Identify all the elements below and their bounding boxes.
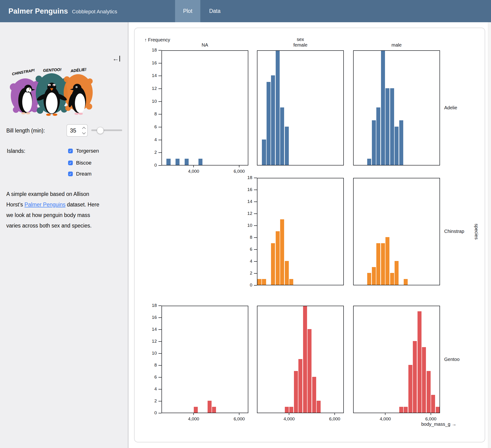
chinstrap-art-label: CHINSTRAP! — [12, 68, 35, 76]
tab-data[interactable]: Data — [200, 0, 229, 22]
nav-tabs: Plot Data — [175, 0, 229, 22]
app-title-group: Palmer Penguins Cobblepot Analytics — [9, 0, 117, 22]
stepper-up-icon[interactable] — [82, 127, 86, 130]
checkbox-label: Dream — [76, 171, 92, 177]
checkbox-checked-icon[interactable]: ✓ — [68, 161, 73, 165]
palmer-penguins-link[interactable]: Palmer Penguins — [25, 201, 66, 208]
island-checkbox-dream[interactable]: ✓ Dream — [68, 171, 92, 177]
gentoo-art-label: GENTOO! — [43, 67, 62, 73]
slider-track[interactable] — [91, 129, 122, 131]
checkbox-label: Biscoe — [76, 160, 92, 166]
bill-length-input[interactable]: 35 — [66, 124, 88, 137]
app: Palmer Penguins Cobblepot Analytics Plot… — [0, 0, 491, 448]
app-subtitle: Cobblepot Analytics — [72, 9, 117, 15]
app-header: Palmer Penguins Cobblepot Analytics Plot… — [0, 0, 491, 22]
bill-length-label: Bill length (min): — [6, 128, 45, 134]
checkbox-checked-icon[interactable]: ✓ — [68, 172, 73, 176]
scrollbar[interactable] — [488, 22, 491, 448]
adelie-art-label: ADÉLIE! — [70, 67, 87, 73]
bill-length-stepper[interactable] — [80, 125, 87, 136]
penguins-artwork-image: CHINSTRAP! GENTOO! ADÉLIE! — [9, 65, 96, 119]
island-checkbox-biscoe[interactable]: ✓ Biscoe — [68, 160, 92, 166]
sidebar-description: A simple example based on Allison Horst’… — [6, 189, 105, 231]
checkbox-label: Torgersen — [76, 148, 99, 154]
islands-label: Islands: — [7, 148, 25, 154]
bill-length-value: 35 — [70, 127, 80, 134]
stepper-down-icon[interactable] — [82, 131, 86, 134]
app-title: Palmer Penguins — [9, 7, 68, 15]
checkbox-checked-icon[interactable]: ✓ — [68, 149, 73, 153]
slider-thumb[interactable] — [97, 127, 104, 134]
sidebar: ← — [0, 22, 129, 448]
sidebar-collapse-button[interactable]: ← — [112, 56, 120, 62]
collapse-left-arrow-icon: ← — [112, 56, 119, 61]
plot-card — [134, 28, 485, 442]
bill-length-slider[interactable] — [91, 125, 122, 134]
collapse-bar-icon — [119, 56, 120, 62]
island-checkbox-torgersen[interactable]: ✓ Torgersen — [68, 148, 99, 154]
tab-plot[interactable]: Plot — [175, 0, 200, 22]
